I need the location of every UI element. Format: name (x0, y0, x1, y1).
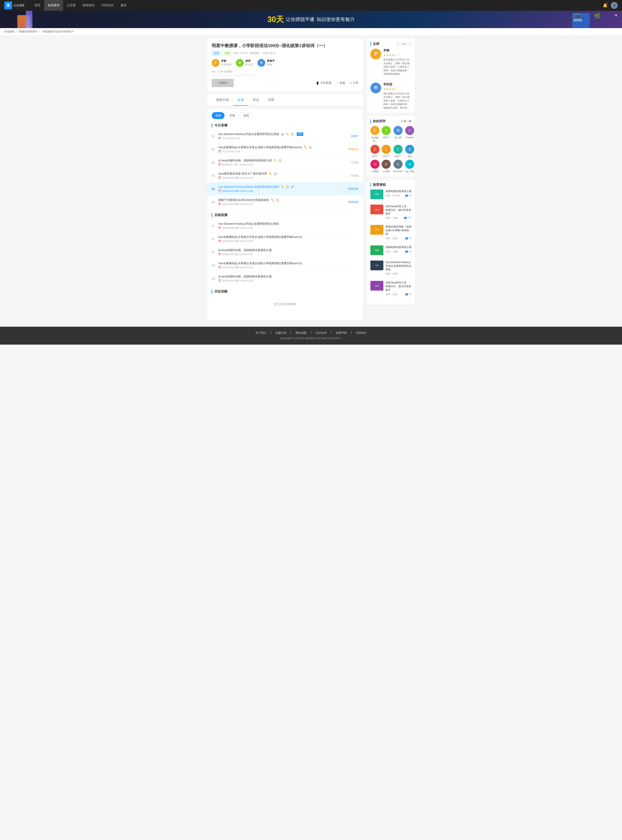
nav-home[interactable]: 首页 (31, 0, 44, 11)
teacher-sidebar-1-name: 罗静 (383, 49, 412, 52)
classmate-12-avatar: q (405, 160, 414, 169)
refresh-classmates[interactable]: ↺ 换一换 (401, 119, 412, 123)
nav-news[interactable]: 新闻资讯 (79, 0, 98, 11)
notification-bell[interactable]: 🔔 (603, 3, 608, 8)
nav-open-course[interactable]: 公开课 (63, 0, 79, 11)
copy-icon[interactable]: 📋 (291, 133, 294, 136)
share-icon: ↗ (349, 81, 352, 85)
logo[interactable]: 云朵课堂 (4, 2, 24, 9)
classmate-9[interactable]: 小 小熊熊 (370, 160, 380, 173)
progress-text: 0% 已学习0课时 (212, 70, 358, 74)
edit-icon[interactable]: ✏️ (269, 172, 272, 175)
footer-recruit[interactable]: 招贤纳士 (356, 331, 367, 335)
tag-live: 直播 (212, 51, 221, 56)
mobile-watch-btn[interactable]: 📱 手机观看 (316, 81, 331, 85)
breadcrumb-series[interactable]: 新媒体营销系列 (19, 30, 37, 33)
classmate-8[interactable]: B Bill (405, 145, 414, 157)
lesson-status[interactable]: 查看回放 (348, 187, 358, 191)
rec-item-4[interactable]: 电商 高级电商全线系统大课 讲师：冷鑫 👥 46 (370, 246, 412, 258)
link-icon[interactable]: 🔗 (291, 185, 294, 188)
tag-record: 录播 (223, 51, 232, 56)
edit-icon[interactable]: ✏️ (273, 159, 277, 162)
lesson-time: ⏰2020/02/26 周四 10:00-11:00 (218, 240, 358, 243)
nav-exam[interactable]: 题库 (117, 0, 130, 11)
teacher-2-avatar: 凌 (236, 59, 244, 67)
teachers-prev[interactable]: ‹ (396, 42, 400, 46)
tab-qa[interactable]: 问答 (264, 95, 279, 105)
lesson-status[interactable]: 即将开始 (348, 148, 358, 151)
nav-more[interactable]: ... (130, 0, 137, 11)
rec-item-2[interactable]: Java 玩转Java开发工具，精通JUC，成为开发多面手 讲师：王棚 👥 12… (370, 205, 412, 222)
tab-catalog[interactable]: 目录 (233, 95, 248, 105)
tab-comments[interactable]: 评论 (248, 95, 264, 105)
lesson-item: 03 从Java后端到全栈，高级电商全栈系统大课 ✏️ 📋 ⏰ 2020/02/… (212, 156, 358, 169)
footer-agent[interactable]: 加盟代理 (275, 331, 287, 335)
lesson-item: 04 Vue全家桶实战 从零独立开发企业级小米电商系统(免费升级Vue3.0) … (212, 259, 358, 272)
sub-tab-face[interactable]: 面授 (240, 112, 253, 119)
edit-icon[interactable]: ✏️ (271, 199, 274, 202)
copy-icon[interactable]: 📋 (286, 185, 289, 188)
classmates-title: 你的同学 ↺ 换一换 (370, 119, 412, 124)
classmate-10[interactable]: 大 大笨狼 (382, 160, 391, 173)
footer-sitemap[interactable]: 网站地图 (296, 331, 307, 335)
copy-icon[interactable]: 📋 (274, 172, 277, 175)
rec-item-5[interactable]: Vue Vue Element+Node.js开发企业通用管理后台系统 讲师：张… (370, 261, 412, 278)
buy-button[interactable]: 已购买 (212, 79, 234, 87)
main-container: 明星中教授课，小学阶段语法100分–强化级第1讲动词（一） 直播 录播 246人… (203, 38, 419, 320)
classmate-6-name: 1567** (383, 155, 390, 157)
classmate-12[interactable]: q qq_天逸 (405, 160, 414, 173)
course-tags: 直播 录播 246人已学习 有效期至：2019-10-21 (212, 51, 358, 56)
course-title: 明星中教授课，小学阶段语法100分–强化级第1讲动词（一） (212, 43, 358, 49)
lesson-content: Vue Element+Node.js开发企业通用管理后台系统 ✏️ 📋 🔗 ⏰… (218, 185, 348, 193)
breadcrumb-discover[interactable]: 发现课程 (4, 30, 15, 33)
copy-icon[interactable]: 📋 (278, 159, 282, 162)
classmate-5[interactable]: 1 1767** (370, 145, 380, 157)
edit-icon[interactable]: ✏️ (286, 133, 289, 136)
rec-item-3[interactable]: 前端 前端全栈加强版！前端全栈+全周期+多组应用 讲师：岱田 👥 56 (370, 225, 412, 243)
classmate-6[interactable]: 1 1567** (382, 145, 391, 157)
classmates-card: 你的同学 ↺ 换一换 化 化学教书... 1 1567** 张 张小田 (367, 116, 415, 176)
rec-item-1[interactable]: 电商 高级电商全线系统大课 讲师：张小锋 👥 34 (370, 189, 412, 202)
banner-close[interactable]: ✕ (614, 13, 618, 18)
rec-item-6[interactable]: Java 玩转Java开发工具，精通JUC，成为开发多面手 讲师：岱田 👥 46 (370, 281, 412, 298)
rec-info-3: 前端全栈加强版！前端全栈+全周期+多组应用 讲师：岱田 👥 56 (386, 225, 412, 240)
footer-divider (311, 331, 311, 334)
svg-rect-1 (7, 6, 9, 7)
collect-btn[interactable]: ☆ 收藏 (336, 81, 345, 85)
course-valid: 有效期至：2019-10-21 (250, 52, 276, 55)
sub-tab-live[interactable]: 直播 (212, 112, 225, 119)
tab-intro[interactable]: 课程介绍 (212, 95, 233, 105)
teacher-3-info: 青青平 助教 (267, 59, 275, 67)
teacher-1-stars: ★★★★☆ (383, 53, 412, 57)
footer-about[interactable]: 关于我们 (255, 331, 267, 335)
classmate-11[interactable]: S Summers (393, 160, 403, 173)
lesson-title: 从Java后端到全栈，高级电商全栈系统大课 (218, 249, 272, 252)
classmate-8-name: Bill (408, 155, 412, 157)
lesson-time: ⏰ 2020/02/27 周三 10:00-11:00 (218, 163, 351, 166)
edit-icon[interactable]: ✏️ (303, 146, 307, 149)
copy-icon[interactable]: 📋 (276, 199, 279, 202)
lesson-status[interactable]: 查看回放 (348, 200, 358, 204)
classmate-4[interactable]: C Charles (405, 126, 414, 143)
banner-days: 30天 (267, 14, 284, 25)
teachers-next[interactable]: › (407, 42, 412, 46)
lesson-status[interactable]: 直播中 (351, 134, 358, 138)
nav-qa[interactable]: 问答社区 (98, 0, 117, 11)
classmate-3[interactable]: 张 张小田 (393, 126, 403, 143)
footer-disclaimer[interactable]: 免费声明 (335, 331, 347, 335)
classmate-1[interactable]: 化 化学教书... (370, 126, 380, 143)
sub-tab-record[interactable]: 录播 (226, 112, 239, 119)
share-btn[interactable]: ↗ 分享 (349, 81, 358, 85)
classmate-2[interactable]: 1 1567** (382, 126, 391, 143)
edit-icon[interactable]: ✏️ (281, 185, 284, 188)
history-title: 历史回顾 (212, 290, 358, 293)
teacher-3-role: 助教 (267, 63, 275, 67)
classmate-7-name: 1867** (394, 155, 401, 157)
nav-discover[interactable]: 发现课程 (44, 0, 63, 11)
teacher-sidebar-1-avatar: 罗 (370, 49, 381, 60)
copy-icon[interactable]: 📋 (309, 146, 312, 149)
classmate-7[interactable]: 1 1867** (393, 145, 403, 157)
footer-partner[interactable]: 合作伙伴 (316, 331, 327, 335)
user-avatar[interactable]: 👤 (611, 2, 618, 9)
classmate-4-name: Charles (406, 136, 414, 139)
